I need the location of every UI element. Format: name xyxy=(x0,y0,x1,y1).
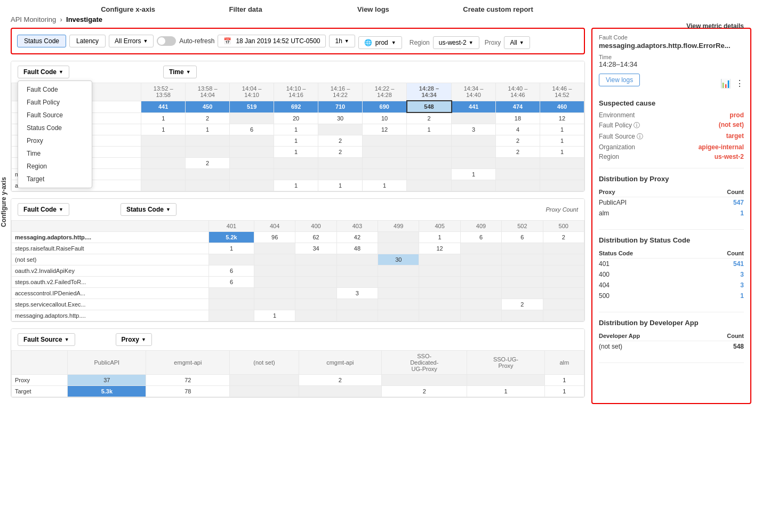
cell[interactable]: 1 xyxy=(274,135,318,147)
cell[interactable]: 692 xyxy=(274,101,318,112)
table-row[interactable]: accesscontrol.IPDeniedA... 3 xyxy=(12,288,584,299)
dist-proxy-row[interactable]: PublicAPI 547 xyxy=(599,197,744,208)
dist-proxy-row[interactable]: alm 1 xyxy=(599,208,744,219)
table-row[interactable]: oauth.v2.InvalidApiKey 6 xyxy=(12,265,584,277)
cell[interactable]: 2 xyxy=(495,135,540,147)
cell[interactable]: 1 xyxy=(186,124,230,135)
cell[interactable]: 1 xyxy=(141,112,186,124)
table-row[interactable]: 1 1 6 1 12 1 3 4 1 xyxy=(12,124,584,135)
dist-status-row[interactable]: 500 1 xyxy=(599,291,744,301)
cell[interactable]: 34 xyxy=(295,243,336,254)
cell[interactable]: 1 xyxy=(363,180,407,191)
cell[interactable]: 3 xyxy=(336,288,378,299)
dist-devapp-row[interactable]: (not set) 548 xyxy=(599,341,744,352)
more-icon[interactable]: ⋮ xyxy=(735,78,744,88)
table-row[interactable]: Proxy 37 72 2 1 xyxy=(12,375,584,386)
table-row[interactable]: 2 xyxy=(12,158,584,169)
cell[interactable]: 10 xyxy=(363,112,407,124)
cell[interactable]: 4 xyxy=(495,124,540,135)
duration-dropdown[interactable]: 1h xyxy=(329,35,355,47)
table-row[interactable]: 1 2 2 1 xyxy=(12,135,584,147)
cell[interactable]: 6 xyxy=(230,124,274,135)
env-dropdown[interactable]: 🌐 prod ▼ xyxy=(358,36,402,49)
menu-target[interactable]: Target xyxy=(18,173,92,186)
cell[interactable]: 441 xyxy=(141,101,186,112)
dist-status-row[interactable]: 401 541 xyxy=(599,259,744,270)
panel1-yaxis-dropdown[interactable]: Fault Code xyxy=(18,66,69,78)
chart-icon[interactable]: 📊 xyxy=(720,78,731,88)
cell[interactable]: 2 xyxy=(318,147,363,158)
table-row[interactable]: messaging.adaptors.http.... 1 xyxy=(12,310,584,321)
cell[interactable]: 1 xyxy=(544,375,584,386)
menu-region[interactable]: Region xyxy=(18,160,92,173)
cell[interactable]: 12 xyxy=(419,243,460,254)
cell[interactable]: 474 xyxy=(495,101,540,112)
auto-refresh-toggle[interactable] xyxy=(157,36,176,46)
cell[interactable]: 1 xyxy=(452,169,496,180)
menu-fault-policy[interactable]: Fault Policy xyxy=(18,96,92,109)
cell[interactable]: 1 xyxy=(540,135,584,147)
cell[interactable]: 1 xyxy=(467,386,544,397)
dist-status-row[interactable]: 400 3 xyxy=(599,269,744,280)
cell[interactable]: 42 xyxy=(336,232,378,243)
cell[interactable]: 2 xyxy=(299,375,382,386)
cell[interactable]: 96 xyxy=(254,232,295,243)
table-row[interactable]: steps.servicecallout.Exec... 2 xyxy=(12,299,584,310)
date-picker[interactable]: 📅 18 Jan 2019 14:52 UTC-0500 xyxy=(218,35,326,47)
cell[interactable]: 5.3k xyxy=(68,386,146,397)
menu-fault-source[interactable]: Fault Source xyxy=(18,109,92,122)
table-row[interactable]: steps.raisefault.RaiseFault 1 34 48 12 xyxy=(12,243,584,254)
cell[interactable]: 30 xyxy=(378,254,419,265)
cell[interactable]: 450 xyxy=(186,101,230,112)
cell[interactable]: 6 xyxy=(502,232,543,243)
menu-status-code[interactable]: Status Code xyxy=(18,122,92,134)
breadcrumb-parent[interactable]: API Monitoring xyxy=(11,15,56,23)
cell[interactable]: 1 xyxy=(544,386,584,397)
cell[interactable]: 5.2k xyxy=(209,232,254,243)
menu-fault-code[interactable]: Fault Code xyxy=(18,83,92,96)
cell[interactable]: 1 xyxy=(254,310,295,321)
cell[interactable]: 1 xyxy=(274,147,318,158)
cell[interactable]: 6 xyxy=(460,232,501,243)
cell[interactable]: 1 xyxy=(274,124,318,135)
cell[interactable]: 710 xyxy=(318,101,363,112)
cell[interactable]: 1 xyxy=(419,232,460,243)
cell[interactable]: 12 xyxy=(363,124,407,135)
cell[interactable]: 78 xyxy=(146,386,230,397)
cell[interactable]: 1 xyxy=(274,180,318,191)
menu-proxy[interactable]: Proxy xyxy=(18,134,92,147)
menu-time[interactable]: Time xyxy=(18,147,92,160)
cell[interactable]: 460 xyxy=(540,101,584,112)
all-errors-dropdown[interactable]: All Errors xyxy=(109,35,154,47)
cell[interactable]: 2 xyxy=(543,232,584,243)
cell[interactable]: 548 xyxy=(407,101,452,112)
table-row[interactable]: 1 2 2 1 xyxy=(12,147,584,158)
cell[interactable]: 2 xyxy=(318,135,363,147)
cell[interactable]: 72 xyxy=(146,375,230,386)
table-row[interactable]: 1 2 20 30 10 2 18 12 xyxy=(12,112,584,124)
panel3-xaxis-dropdown[interactable]: Proxy xyxy=(116,333,152,346)
panel3-yaxis-dropdown[interactable]: Fault Source xyxy=(18,333,75,346)
panel2-yaxis-dropdown[interactable]: Fault Code xyxy=(18,203,69,216)
region-dropdown[interactable]: us-west-2 xyxy=(433,36,479,49)
table-row[interactable]: steps.oauth.v2.FailedToR... 6 xyxy=(12,277,584,288)
cell[interactable]: 3 xyxy=(452,124,496,135)
cell[interactable]: 62 xyxy=(295,232,336,243)
cell[interactable]: 519 xyxy=(230,101,274,112)
cell[interactable]: 1 xyxy=(540,124,584,135)
cell[interactable]: 1 xyxy=(407,124,452,135)
table-row[interactable]: 441 450 519 692 710 690 548 441 474 460 xyxy=(12,101,584,112)
table-row[interactable]: messaging.adaptors.http.... 1 xyxy=(12,169,584,180)
table-row[interactable]: accesscontrol.IPDeniedA... 1 1 1 xyxy=(12,180,584,191)
cell[interactable]: 690 xyxy=(363,101,407,112)
proxy-dropdown[interactable]: All xyxy=(504,36,530,49)
cell[interactable]: 30 xyxy=(318,112,363,124)
cell[interactable]: 48 xyxy=(336,243,378,254)
cell[interactable]: 2 xyxy=(186,158,230,169)
cell[interactable]: 2 xyxy=(495,147,540,158)
cell[interactable]: 1 xyxy=(141,124,186,135)
cell[interactable]: 1 xyxy=(209,243,254,254)
panel2-xaxis-dropdown[interactable]: Status Code xyxy=(121,203,177,216)
status-code-tab[interactable]: Status Code xyxy=(17,35,66,47)
cell[interactable]: 20 xyxy=(274,112,318,124)
